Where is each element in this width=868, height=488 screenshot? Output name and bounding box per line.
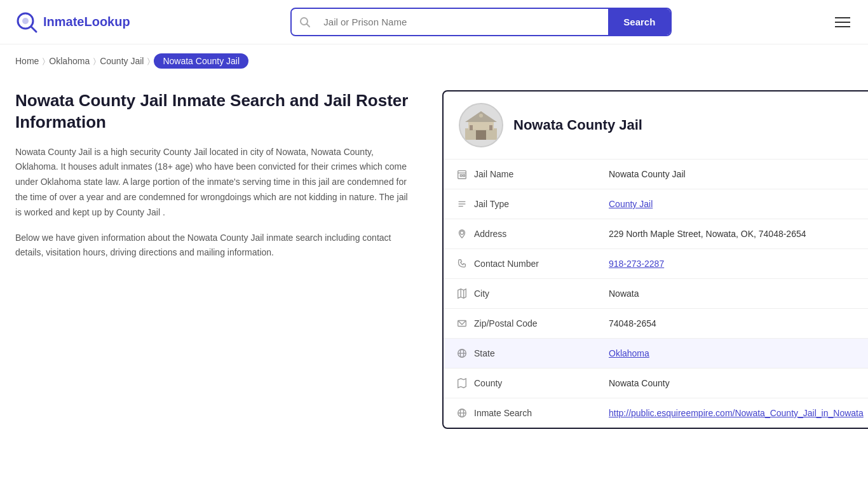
jail-avatar	[459, 103, 503, 147]
left-column: Nowata County Jail Inmate Search and Jai…	[15, 90, 422, 429]
link-contact[interactable]: 918-273-2287	[609, 259, 664, 269]
search-area: Search	[290, 8, 672, 36]
table-row: StateOklahoma	[444, 339, 868, 369]
main-content: Nowata County Jail Inmate Search and Jai…	[0, 78, 868, 442]
label-cell-city: City	[444, 279, 596, 309]
label-cell-state: State	[444, 339, 596, 369]
label-cell-contact: Contact Number	[444, 249, 596, 279]
value-cell-jail-type[interactable]: County Jail	[596, 189, 868, 219]
svg-rect-10	[470, 125, 473, 130]
breadcrumb-state[interactable]: Oklahoma	[49, 56, 90, 66]
value-cell-zip: 74048-2654	[596, 309, 868, 339]
svg-rect-9	[481, 130, 486, 140]
search-icon	[292, 10, 318, 34]
menu-line-3	[835, 26, 850, 27]
jail-card: Nowata County Jail Jail NameNowata Count…	[442, 90, 868, 429]
page-title: Nowata County Jail Inmate Search and Jai…	[15, 90, 409, 133]
breadcrumb-current: Nowata County Jail	[154, 53, 248, 69]
value-cell-contact[interactable]: 918-273-2287	[596, 249, 868, 279]
svg-point-2	[22, 18, 29, 24]
table-row: Inmate Searchhttp://public.esquireempire…	[444, 398, 868, 428]
value-cell-county: Nowata County	[596, 369, 868, 398]
link-inmate-search[interactable]: http://public.esquireempire.com/Nowata_C…	[609, 408, 864, 418]
svg-line-1	[31, 27, 36, 32]
table-row: CityNowata	[444, 279, 868, 309]
breadcrumb-home[interactable]: Home	[15, 56, 39, 66]
label-cell-jail-type: Jail Type	[444, 189, 596, 219]
table-row: CountyNowata County	[444, 369, 868, 398]
table-row: Address229 North Maple Street, Nowata, O…	[444, 219, 868, 249]
logo-text: InmateLookup	[43, 15, 130, 29]
logo[interactable]: InmateLookup	[15, 11, 130, 34]
logo-icon	[15, 11, 38, 34]
breadcrumb: Home 〉 Oklahoma 〉 County Jail 〉 Nowata C…	[0, 44, 868, 78]
breadcrumb-type[interactable]: County Jail	[100, 56, 144, 66]
description-2: Below we have given information about th…	[15, 231, 409, 261]
table-row: Contact Number918-273-2287	[444, 249, 868, 279]
label-cell-zip: Zip/Postal Code	[444, 309, 596, 339]
svg-point-12	[479, 114, 483, 118]
svg-rect-8	[476, 130, 481, 140]
svg-rect-16	[463, 175, 465, 177]
search-wrapper: Search	[290, 8, 672, 36]
table-row: Jail TypeCounty Jail	[444, 189, 868, 219]
svg-line-4	[307, 24, 310, 27]
link-jail-type[interactable]: County Jail	[609, 199, 653, 209]
breadcrumb-sep-2: 〉	[93, 57, 96, 65]
svg-rect-11	[489, 125, 492, 130]
label-cell-address: Address	[444, 219, 596, 249]
svg-marker-21	[458, 289, 466, 298]
header: InmateLookup Search	[0, 0, 868, 44]
breadcrumb-sep-3: 〉	[147, 57, 150, 65]
menu-line-1	[835, 17, 850, 18]
label-cell-jail-name: Jail Name	[444, 159, 596, 189]
table-row: Zip/Postal Code74048-2654	[444, 309, 868, 339]
table-row: Jail NameNowata County Jail	[444, 159, 868, 189]
right-column: Nowata County Jail Jail NameNowata Count…	[442, 90, 868, 429]
svg-rect-15	[460, 175, 462, 177]
value-cell-city: Nowata	[596, 279, 868, 309]
jail-card-header: Nowata County Jail	[444, 92, 868, 159]
menu-button[interactable]	[832, 15, 853, 30]
description-1: Nowata County Jail is a high security Co…	[15, 145, 409, 220]
breadcrumb-sep-1: 〉	[43, 57, 45, 65]
value-cell-inmate-search[interactable]: http://public.esquireempire.com/Nowata_C…	[596, 398, 868, 428]
jail-card-name: Nowata County Jail	[513, 117, 642, 133]
search-input[interactable]	[318, 10, 608, 34]
value-cell-address: 229 North Maple Street, Nowata, OK, 7404…	[596, 219, 868, 249]
info-table: Jail NameNowata County JailJail TypeCoun…	[444, 159, 868, 428]
svg-point-20	[460, 231, 463, 234]
menu-line-2	[835, 22, 850, 23]
search-button[interactable]: Search	[608, 9, 670, 35]
label-cell-inmate-search: Inmate Search	[444, 398, 596, 428]
courthouse-icon	[462, 106, 500, 144]
value-cell-state[interactable]: Oklahoma	[596, 339, 868, 369]
value-cell-jail-name: Nowata County Jail	[596, 159, 868, 189]
label-cell-county: County	[444, 369, 596, 398]
svg-marker-28	[458, 379, 466, 388]
link-state[interactable]: Oklahoma	[609, 348, 649, 358]
